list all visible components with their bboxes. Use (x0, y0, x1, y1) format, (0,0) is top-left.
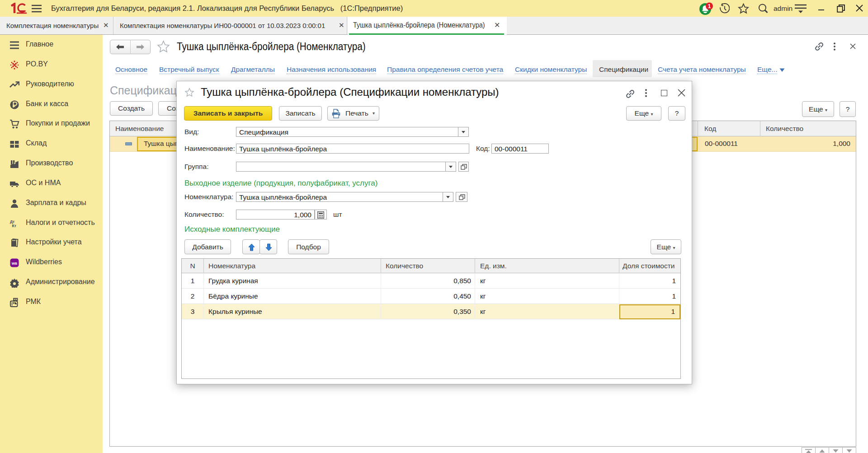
svg-text:WB: WB (12, 262, 18, 266)
svg-text:1: 1 (708, 3, 711, 9)
svg-text:Кт: Кт (12, 224, 17, 228)
svg-text:Дт: Дт (10, 219, 15, 224)
